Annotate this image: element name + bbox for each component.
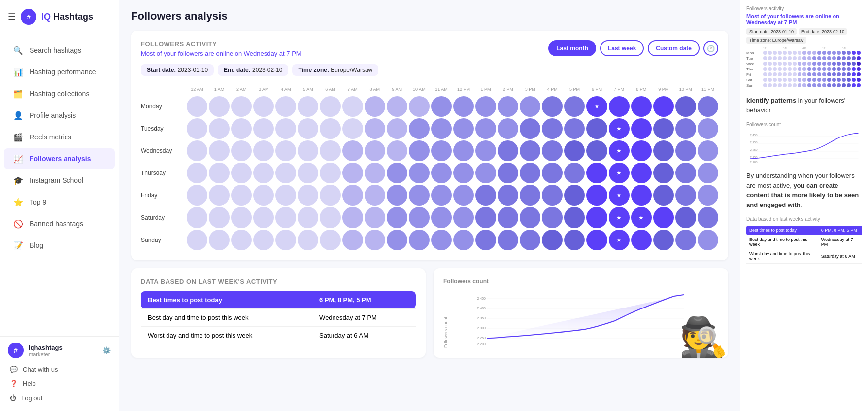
heatmap-cell [475,118,496,139]
heatmap-cell [320,185,340,206]
chat-button[interactable]: 💬 Chat with us [8,362,111,377]
heatmap-cell [231,230,252,250]
help-label: Help [23,380,36,387]
heatmap-cell [253,185,274,206]
heatmap-cell [698,163,718,183]
heatmap-cell [209,230,230,250]
heatmap-cell [653,96,674,117]
heatmap-cell [698,96,718,117]
svg-text:2 250: 2 250 [477,336,486,340]
heatmap-cell [498,140,518,161]
heatmap-cell [453,230,474,250]
heatmap-cell [342,163,363,183]
heatmap-cell [520,207,540,228]
heatmap-cell [298,163,318,183]
mini-end-tag: End date: 2023-02-10 [799,28,847,35]
heatmap-cell [275,230,296,250]
chat-icon: 💬 [10,366,18,373]
heatmap-cell [342,140,363,161]
heatmap-cell [320,207,340,228]
heatmap-cell [275,140,296,161]
promo-bold-1: Identify patterns [746,97,796,104]
user-role: marketer [29,351,98,357]
heatmap-cell [298,118,318,139]
sidebar-item-hashtag-collections[interactable]: 🗂️ Hashtag collections [4,83,115,104]
heatmap-cell: ★ [609,163,630,183]
user-info: iqhashtags marketer [29,344,98,357]
heatmap-cell [431,185,452,206]
heatmap-cell [298,207,318,228]
logout-button[interactable]: ⏻ Log out [8,391,111,405]
clock-icon-button[interactable]: 🕐 [703,41,718,56]
hamburger-icon[interactable]: ☰ [8,11,16,22]
mini-timezone-tag: Time zone: Europe/Warsaw [746,37,806,44]
sidebar-item-instagram-school[interactable]: 🎓 Instagram School [4,170,115,191]
heatmap-cell: ★ [609,185,630,206]
heatmap-cell [631,163,652,183]
avatar: # [8,342,24,358]
mini-data-section: Data based on last week's activity Best … [746,216,862,264]
search-icon: 🔍 [13,45,24,56]
heatmap-cell [342,118,363,139]
heatmap-cell [275,207,296,228]
heatmap-cell [542,140,563,161]
timezone-value: Europe/Warsaw [331,67,372,73]
heatmap-cell: ★ [586,96,607,117]
custom-date-button[interactable]: Custom date [648,40,700,56]
heatmap-cell [275,185,296,206]
start-date-tag: Start date: 2023-01-10 [141,64,214,76]
mini-subtitle: Most of your followers are online on Wed… [746,13,862,25]
heatmap-cell [209,185,230,206]
heatmap-cell [365,185,385,206]
heatmap-cell [387,96,407,117]
heatmap-cell [298,185,318,206]
last-week-button[interactable]: Last week [600,40,644,56]
sidebar-item-banned-hashtags[interactable]: 🚫 Banned hashtags [4,213,115,234]
sidebar-item-profile-analysis[interactable]: 👤 Profile analysis [4,105,115,126]
bar-chart-icon: 📊 [13,67,24,77]
mini-chart-section: Followers count 2 450 2 350 2 250 2 150 … [746,122,862,165]
chat-label: Chat with us [23,366,58,373]
heatmap-cell: ★ [609,230,630,250]
heatmap-cell [564,163,585,183]
heatmap-cell [475,207,496,228]
followers-activity-card: Followers activity Most of your follower… [131,31,728,260]
heatmap-cell [409,185,430,206]
help-button[interactable]: ❓ Help [8,377,111,391]
heatmap-cell [520,118,540,139]
sidebar-item-search-hashtags[interactable]: 🔍 Search hashtags [4,40,115,61]
heatmap-cell [409,96,430,117]
heatmap-cell [520,96,540,117]
heatmap-cell [342,230,363,250]
heatmap-cell: ★ [631,207,652,228]
heatmap-cell [431,140,452,161]
heatmap-cell [564,230,585,250]
sidebar-item-top-9[interactable]: ⭐ Top 9 [4,192,115,212]
heatmap-cell [342,185,363,206]
heatmap-cell [675,96,696,117]
heatmap-cell [609,96,630,117]
heatmap-cell [231,140,252,161]
table-cell-label: Best day and time to post this week [141,308,312,326]
sidebar-footer: # iqhashtags marketer ⚙️ 💬 Chat with us … [0,336,119,411]
last-month-button[interactable]: Last month [548,40,596,56]
sidebar-item-label: Blog [30,241,43,249]
heatmap-cell [498,207,518,228]
sidebar-item-followers-analysis[interactable]: 📈 Followers analysis [4,148,115,169]
heatmap-cell [498,118,518,139]
heatmap-cell [542,163,563,183]
settings-icon[interactable]: ⚙️ [102,346,111,354]
blog-icon: 📝 [13,240,24,251]
heatmap-cell [498,230,518,250]
heatmap-cell [564,140,585,161]
heatmap-cell [387,140,407,161]
heatmap-cell: ★ [609,118,630,139]
main-content: Followers analysis Followers activity Mo… [119,0,740,411]
sidebar-item-hashtag-performance[interactable]: 📊 Hashtag performance [4,62,115,82]
heatmap-cell [631,230,652,250]
sidebar-item-blog[interactable]: 📝 Blog [4,235,115,256]
heatmap-cell [320,163,340,183]
start-date-label: Start date: [147,67,176,73]
sidebar-item-reels-metrics[interactable]: 🎬 Reels metrics [4,127,115,147]
end-date-tag: End date: 2023-02-10 [218,64,288,76]
